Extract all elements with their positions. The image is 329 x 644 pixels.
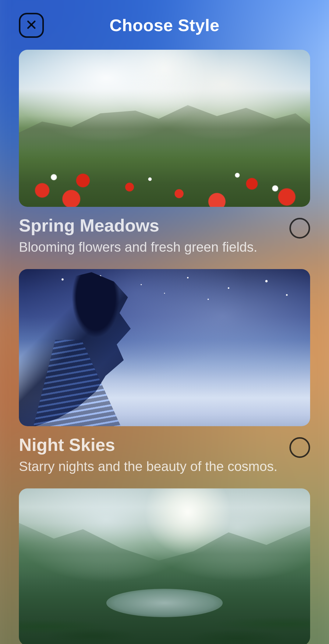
style-radio[interactable] xyxy=(289,218,310,239)
close-button[interactable] xyxy=(19,13,44,38)
close-icon xyxy=(26,19,37,31)
style-card-night-skies[interactable]: Night Skies Starry nights and the beauty… xyxy=(19,269,310,475)
style-card-tropical[interactable] xyxy=(19,488,310,644)
style-card-info: Night Skies Starry nights and the beauty… xyxy=(19,426,310,475)
modal-header: Choose Style xyxy=(19,12,310,38)
style-radio[interactable] xyxy=(289,437,310,458)
style-title: Spring Meadows xyxy=(19,215,283,236)
style-chooser-modal: Choose Style Spring Meadows Blooming flo… xyxy=(0,0,329,644)
style-card-spring-meadows[interactable]: Spring Meadows Blooming flowers and fres… xyxy=(19,50,310,256)
style-preview-image xyxy=(19,269,310,426)
style-preview-image xyxy=(19,50,310,207)
style-title: Night Skies xyxy=(19,435,283,455)
style-description: Starry nights and the beauty of the cosm… xyxy=(19,458,283,475)
modal-title: Choose Style xyxy=(110,15,220,35)
style-preview-image xyxy=(19,488,310,644)
style-card-info: Spring Meadows Blooming flowers and fres… xyxy=(19,207,310,256)
style-description: Blooming flowers and fresh green fields. xyxy=(19,238,283,256)
